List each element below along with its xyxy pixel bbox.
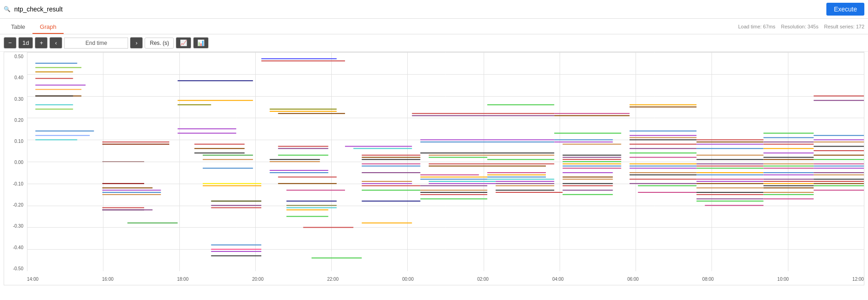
y-label-9: -0.40 (4, 245, 25, 250)
end-time-field[interactable]: End time (64, 38, 128, 49)
y-label-0: 0.50 (4, 54, 25, 59)
x-label-6: 02:00 (477, 277, 489, 282)
duration-button[interactable]: 1d (18, 37, 33, 49)
x-label-9: 08:00 (702, 277, 714, 282)
tab-table[interactable]: Table (4, 21, 32, 34)
x-label-8: 06:00 (627, 277, 639, 282)
load-time: Load time: 67ms (738, 24, 775, 29)
y-axis: 0.50 0.40 0.30 0.20 0.10 0.00 -0.10 -0.2… (4, 52, 27, 271)
x-label-10: 10:00 (777, 277, 789, 282)
y-label-8: -0.30 (4, 224, 25, 229)
resolution: Resolution: 345s (781, 24, 819, 29)
chart-container: 0.50 0.40 0.30 0.20 0.10 0.00 -0.10 -0.2… (4, 52, 864, 285)
x-label-3: 20:00 (252, 277, 264, 282)
next-time-button[interactable]: › (130, 37, 143, 49)
prev-time-button[interactable]: ‹ (49, 37, 62, 49)
y-label-7: -0.20 (4, 202, 25, 207)
zoom-in-button[interactable]: + (35, 37, 48, 49)
search-bar: 🔍 Execute (0, 0, 868, 19)
search-icon: 🔍 (4, 6, 11, 12)
y-label-6: -0.10 (4, 181, 25, 186)
y-label-1: 0.40 (4, 75, 25, 80)
search-input[interactable] (14, 5, 823, 13)
x-label-1: 16:00 (102, 277, 113, 282)
execute-button[interactable]: Execute (826, 3, 864, 16)
y-label-10: -0.50 (4, 266, 25, 271)
x-label-5: 00:00 (402, 277, 414, 282)
y-label-3: 0.20 (4, 118, 25, 123)
y-label-2: 0.30 (4, 97, 25, 102)
x-label-11: 12:00 (852, 277, 864, 282)
bar-chart-button[interactable]: 📊 (193, 37, 209, 49)
x-label-2: 18:00 (177, 277, 189, 282)
graph-toolbar: − 1d + ‹ End time › Res. (s) 📈 📊 (0, 34, 868, 52)
y-label-5: 0.00 (4, 160, 25, 165)
x-label-0: 14:00 (27, 277, 38, 282)
meta-info: Load time: 67ms Resolution: 345s Result … (738, 24, 864, 31)
tabs-row: Table Graph Load time: 67ms Resolution: … (0, 19, 868, 34)
x-axis: 14:00 16:00 18:00 20:00 22:00 00:00 02:0… (27, 271, 864, 285)
tabs: Table Graph (4, 21, 64, 34)
x-label-4: 22:00 (327, 277, 339, 282)
y-label-4: 0.10 (4, 139, 25, 144)
zoom-out-button[interactable]: − (4, 37, 16, 49)
tab-graph[interactable]: Graph (32, 21, 64, 34)
result-series: Result series: 172 (824, 24, 864, 29)
chart-canvas (27, 52, 864, 271)
x-label-7: 04:00 (552, 277, 564, 282)
resolution-button[interactable]: Res. (s) (145, 38, 174, 49)
line-chart-button[interactable]: 📈 (176, 37, 191, 49)
